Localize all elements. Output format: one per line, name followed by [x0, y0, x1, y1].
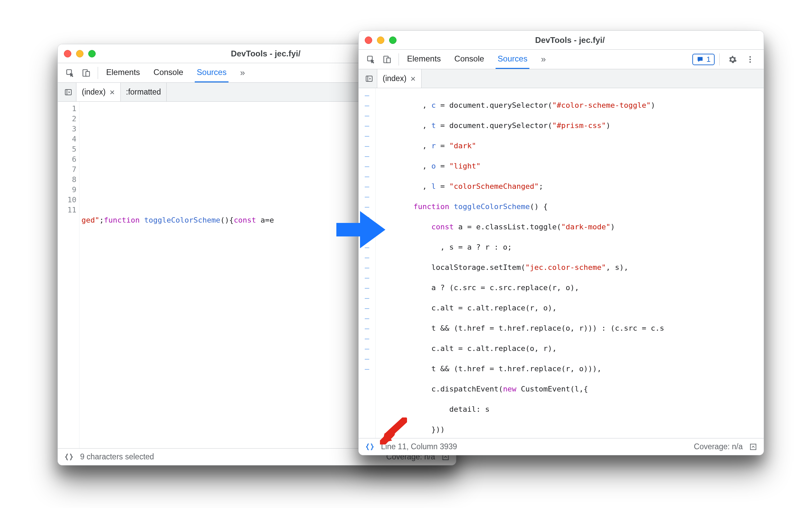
file-tab-label: (index) — [383, 74, 406, 83]
svg-rect-7 — [387, 58, 390, 62]
svg-rect-12 — [750, 444, 756, 450]
navigator-toggle-icon[interactable] — [61, 83, 76, 101]
svg-point-9 — [749, 58, 751, 60]
window-title: DevTools - jec.fyi/ — [403, 35, 737, 45]
issues-count: 1 — [707, 55, 711, 64]
code-editor[interactable]: –––––––––– –––––––––– –––––––– , c = doc… — [359, 88, 764, 438]
file-tab-index[interactable]: (index) × — [377, 69, 422, 88]
minimize-window-icon[interactable] — [76, 50, 83, 57]
device-toolbar-icon[interactable] — [379, 50, 395, 69]
svg-rect-11 — [366, 76, 372, 81]
tab-sources[interactable]: Sources — [496, 50, 529, 69]
zoom-window-icon[interactable] — [88, 50, 96, 57]
close-tab-icon[interactable]: × — [110, 88, 115, 97]
navigator-toggle-icon[interactable] — [361, 69, 377, 88]
traffic-lights — [64, 50, 96, 57]
line-numbers-gutter: 1 2 3 4 5 6 7 8 9 10 11 — [58, 102, 79, 448]
inspect-element-icon[interactable] — [363, 50, 379, 69]
status-text: 9 characters selected — [80, 452, 154, 461]
devtools-window-right: DevTools - jec.fyi/ Elements Console Sou… — [358, 30, 764, 455]
zoom-window-icon[interactable] — [389, 36, 397, 44]
kebab-menu-icon[interactable] — [742, 55, 758, 64]
separator — [399, 53, 399, 66]
inspect-element-icon[interactable] — [62, 63, 78, 82]
sources-file-tabs: (index) × — [359, 69, 764, 88]
svg-point-10 — [749, 61, 751, 62]
file-tab-label: (index) — [82, 87, 105, 97]
separator — [98, 67, 98, 79]
settings-gear-icon[interactable] — [724, 55, 741, 64]
file-tab-formatted[interactable]: :formatted — [121, 83, 167, 101]
pretty-print-icon[interactable] — [363, 442, 376, 451]
traffic-lights — [365, 36, 397, 44]
close-window-icon[interactable] — [64, 50, 71, 57]
more-tabs-chevron-icon[interactable]: » — [238, 63, 247, 82]
file-tab-label: :formatted — [126, 87, 161, 97]
code-content[interactable]: , c = document.querySelector("#color-sch… — [376, 88, 764, 438]
panel-tabs-toolbar: Elements Console Sources » 1 — [359, 50, 764, 69]
svg-rect-2 — [86, 71, 90, 76]
tab-elements[interactable]: Elements — [405, 50, 443, 69]
line-numbers-gutter: –––––––––– –––––––––– –––––––– — [359, 88, 376, 438]
more-tabs-chevron-icon[interactable]: » — [539, 50, 548, 69]
close-tab-icon[interactable]: × — [410, 74, 415, 83]
issues-badge[interactable]: 1 — [692, 54, 715, 65]
coverage-text: Coverage: n/a — [694, 442, 743, 451]
file-tab-index[interactable]: (index) × — [76, 83, 121, 101]
tab-sources[interactable]: Sources — [195, 63, 229, 82]
collapse-panel-icon[interactable] — [747, 443, 759, 451]
tab-elements[interactable]: Elements — [104, 63, 142, 82]
minimize-window-icon[interactable] — [377, 36, 384, 44]
tab-console[interactable]: Console — [452, 50, 486, 69]
svg-rect-3 — [65, 90, 71, 95]
separator — [719, 53, 720, 66]
status-text: Line 11, Column 3939 — [381, 442, 457, 451]
device-toolbar-icon[interactable] — [78, 63, 94, 82]
titlebar: DevTools - jec.fyi/ — [359, 31, 764, 50]
editor-statusbar: Line 11, Column 3939 Coverage: n/a — [359, 438, 764, 455]
pretty-print-icon[interactable] — [63, 453, 75, 461]
svg-point-8 — [749, 56, 751, 57]
tab-console[interactable]: Console — [151, 63, 185, 82]
close-window-icon[interactable] — [365, 36, 372, 44]
